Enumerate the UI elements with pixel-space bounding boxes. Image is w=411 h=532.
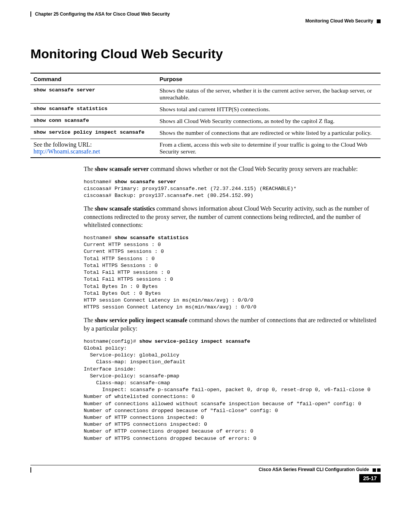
table-row: show service policy inspect scansafe Sho… [30,127,381,139]
cmd-inline-bold: show scansafe server [95,166,149,172]
cmd-inline-bold: show service policy inspect scansafe [95,317,188,323]
cmd-cell: show scansafe server [30,85,156,104]
th-purpose: Purpose [156,73,381,85]
code-block: hostname# show scansafe server ciscoasa#… [84,179,381,200]
cmd-cell: show conn scansafe [30,115,156,127]
footer-rule-icon [30,467,31,473]
command-table: Command Purpose show scansafe server Sho… [30,73,381,158]
footer-decor-squares [373,468,381,472]
code-block: hostname# show scansafe statistics Curre… [84,235,381,311]
code-block: hostname(config)# show service-policy in… [84,338,381,442]
running-head-section: Monitoring Cloud Web Security [30,18,381,24]
whoami-link[interactable]: http://Whoami.scansafe.net [33,148,100,155]
cmd-cell: show scansafe statistics [30,104,156,115]
running-head-text: Monitoring Cloud Web Security [305,18,373,24]
guide-title: Cisco ASA Series Firewall CLI Configurat… [259,467,369,472]
chapter-breadcrumb: Chapter 25 Configuring the ASA for Cisco… [30,11,381,17]
purpose-cell: Shows the number of connections that are… [156,127,381,139]
code-output: Current HTTP sessions : 0 Current HTTPS … [84,242,256,310]
header-decor-square [377,19,381,23]
cmd-cell: show service policy inspect scansafe [30,127,156,139]
chapter-text: Chapter 25 Configuring the ASA for Cisco… [35,11,170,17]
code-output: ciscoasa# Primary: proxy197.scansafe.net… [84,186,296,198]
body-content: The show scansafe server command shows w… [84,165,381,442]
paragraph: The show scansafe server command shows w… [84,165,381,173]
page-footer: Cisco ASA Series Firewall CLI Configurat… [30,465,381,482]
purpose-cell: Shows total and current HTTP(S) connecti… [156,104,381,115]
purpose-cell: Shows the status of the server, whether … [156,85,381,104]
paragraph: The show service policy inspect scansafe… [84,316,381,332]
page-number: 25-17 [359,474,381,482]
cmd-inline-bold: show scansafe statistics [95,205,155,212]
code-cmd: show scansafe server [115,179,176,185]
table-row: show scansafe server Shows the status of… [30,85,381,104]
purpose-cell: Shows all Cloud Web Security connections… [156,115,381,127]
code-cmd: show scansafe statistics [115,235,188,241]
code-output: Global policy: Service-policy: global_po… [84,345,370,441]
th-command: Command [30,73,156,85]
table-row: show conn scansafe Shows all Cloud Web S… [30,115,381,127]
see-url-label: See the following URL: [33,141,92,148]
section-title: Monitoring Cloud Web Security [30,46,381,61]
code-cmd: show service-policy inspect scansafe [139,339,250,344]
cmd-cell: See the following URL: http://Whoami.sca… [30,139,156,158]
table-row: See the following URL: http://Whoami.sca… [30,139,381,158]
purpose-cell: From a client, access this web site to d… [156,139,381,158]
table-row: show scansafe statistics Shows total and… [30,104,381,115]
paragraph: The show scansafe statistics command sho… [84,204,381,229]
